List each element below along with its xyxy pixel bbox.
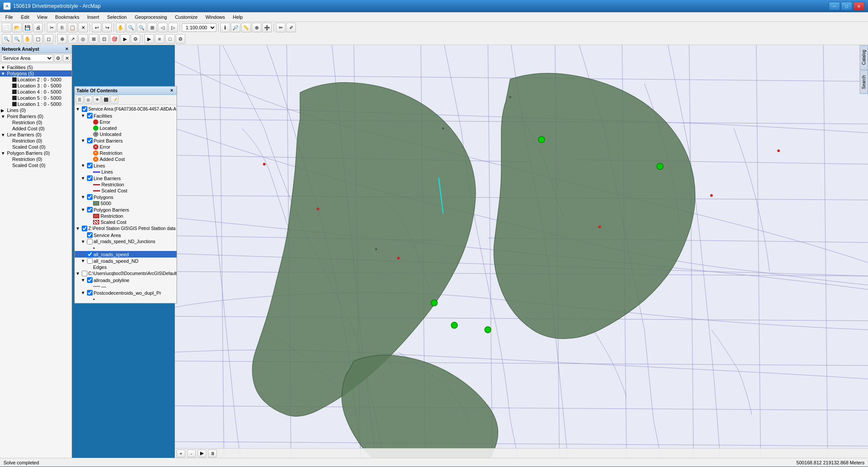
toc-lines-checkbox[interactable]	[87, 163, 93, 168]
open-button[interactable]: 📂	[12, 23, 22, 32]
toc-service-area-group[interactable]: ▼ Service Area:{F6A07368-0C86-4457-A8DA-…	[75, 106, 177, 112]
na-settings-btn[interactable]: ⚙	[54, 54, 62, 62]
toc-lines-expander[interactable]: ▼	[81, 163, 87, 168]
select-features-button[interactable]: ◻	[44, 34, 53, 44]
menu-edit[interactable]: Edit	[17, 14, 33, 21]
na-polygon-barriers[interactable]: ▼ Polygon Barriers (0)	[0, 150, 72, 156]
identify-button[interactable]: ℹ	[220, 23, 230, 32]
zoom-next-button[interactable]: ▷	[168, 23, 178, 32]
pg-checkbox[interactable]	[82, 226, 87, 231]
map-play-btn[interactable]: ▶	[198, 450, 206, 457]
toc-petrol-group[interactable]: ▼ Z:\Petrol Station GIS\GIS Petrol Statt…	[75, 225, 177, 232]
solve-button[interactable]: ▶	[144, 34, 154, 44]
pc-expander[interactable]: ▼	[81, 290, 87, 295]
ag-expander[interactable]: ▼	[76, 271, 82, 276]
toc-line-barriers[interactable]: ▼ Line Barriers	[75, 175, 177, 181]
scale-combo[interactable]: 1:100,000	[182, 23, 216, 32]
toc-allroads-polyline[interactable]: ▼ allroads_polyline	[75, 277, 177, 283]
na-btn1[interactable]: ⊕	[57, 34, 67, 44]
toc-polygons[interactable]: ▼ Polygons	[75, 194, 177, 200]
close-button[interactable]: ✕	[853, 2, 865, 10]
na-btn3[interactable]: ◎	[78, 34, 88, 44]
junc-expander[interactable]: ▼	[81, 239, 87, 244]
save-button[interactable]: 💾	[23, 23, 32, 32]
ars-checkbox[interactable]	[87, 251, 93, 257]
map-zoom-in-btn[interactable]: +	[177, 450, 185, 457]
na-restriction-polb[interactable]: Restriction (0)	[0, 156, 72, 162]
print-button[interactable]: 🖨	[33, 23, 43, 32]
na-btn6[interactable]: 🎯	[110, 34, 119, 44]
copy-button[interactable]: ⎘	[57, 23, 67, 32]
toc-lines[interactable]: ▼ Lines	[75, 162, 177, 169]
menu-file[interactable]: File	[2, 14, 17, 21]
pc-checkbox[interactable]	[87, 290, 93, 296]
toc-all-roads-nd[interactable]: ▼ all_roads_speed_ND	[75, 258, 177, 264]
sketch-button[interactable]: ✐	[286, 23, 296, 32]
minimize-button[interactable]: ─	[829, 2, 840, 10]
menu-view[interactable]: View	[34, 14, 51, 21]
ap-expander[interactable]: ▼	[81, 278, 87, 282]
menu-bookmarks[interactable]: Bookmarks	[52, 14, 83, 21]
lines-expander[interactable]: ▶	[1, 108, 7, 113]
toc-lb-expander[interactable]: ▼	[81, 176, 87, 181]
polb-expander[interactable]: ▼	[1, 151, 7, 156]
na-loc5[interactable]: Location 5 : 0 - 5000	[0, 95, 72, 101]
na-btn7[interactable]: ▶	[120, 34, 130, 44]
sa-group-expander[interactable]: ▼	[76, 107, 82, 112]
paste-button[interactable]: 📋	[68, 23, 77, 32]
window-button[interactable]: □	[165, 34, 175, 44]
zoom-prev-button[interactable]: ◁	[158, 23, 167, 32]
editor-button[interactable]: ✏	[276, 23, 285, 32]
lb-expander[interactable]: ▼	[1, 132, 7, 137]
options-button[interactable]: ⚙	[176, 34, 185, 44]
menu-help[interactable]: Help	[229, 14, 247, 21]
na-loc2[interactable]: Location 2 : 0 - 5000	[0, 77, 72, 83]
toc-visibility-btn[interactable]: 👁	[93, 96, 101, 104]
zoom-in-2-button[interactable]: 🔍	[2, 34, 11, 44]
na-btn5[interactable]: ⊡	[99, 34, 109, 44]
maximize-button[interactable]: □	[841, 2, 852, 10]
facilities-expander[interactable]: ▼	[1, 65, 7, 70]
delete-button[interactable]: ✕	[78, 23, 88, 32]
menu-selection[interactable]: Selection	[104, 14, 130, 21]
na-scaled-cost-lb[interactable]: Scaled Cost (0)	[0, 144, 72, 150]
catalog-tab[interactable]: Catalog	[860, 45, 868, 70]
search-tab[interactable]: Search	[860, 70, 868, 94]
toc-pb-checkbox[interactable]	[87, 138, 93, 143]
toc-all-roads-speed[interactable]: all_roads_speed	[75, 251, 177, 258]
na-lines[interactable]: ▶ Lines (0)	[0, 107, 72, 113]
arnd-expander[interactable]: ▼	[81, 258, 87, 263]
na-btn2[interactable]: ↗	[68, 34, 77, 44]
na-close-btn[interactable]: ✕	[63, 54, 71, 62]
new-button[interactable]: 📄	[2, 23, 11, 32]
toc-service-area-sub[interactable]: Service Area	[75, 232, 177, 238]
toc-junctions[interactable]: ▼ all_roads_speed_ND_Junctions	[75, 238, 177, 245]
na-panel-close[interactable]: ✕	[64, 46, 70, 52]
na-added-cost-pb[interactable]: Added Cost (0)	[0, 125, 72, 132]
full-extent-button[interactable]: ⊞	[147, 23, 157, 32]
directions-button[interactable]: ≡	[155, 34, 164, 44]
na-loc4[interactable]: Location 4 : 0 - 5000	[0, 89, 72, 95]
na-restriction-pb[interactable]: Restriction (0)	[0, 119, 72, 125]
na-tree-polygons[interactable]: ▼ Polygons (5)	[0, 70, 72, 77]
toc-polb-expander[interactable]: ▼	[81, 207, 87, 212]
zoom-out-button[interactable]: 🔍	[137, 23, 146, 32]
toc-polb-checkbox[interactable]	[87, 207, 93, 213]
toc-poly-checkbox[interactable]	[87, 194, 93, 200]
goto-xy-button[interactable]: ⊕	[252, 23, 261, 32]
toc-lb-checkbox[interactable]	[87, 175, 93, 181]
toc-poly-expander[interactable]: ▼	[81, 195, 87, 199]
na-scaled-cost-polb[interactable]: Scaled Cost (0)	[0, 162, 72, 168]
select-button[interactable]: ▢	[33, 34, 43, 44]
zoom-in-button[interactable]: 🔍	[126, 23, 136, 32]
toc-arcgis-group[interactable]: ▼ C:\Users\ucqboc0\Documents\ArcGIS\Defa…	[75, 270, 177, 277]
na-loc1[interactable]: Location 1 : 0 - 5000	[0, 101, 72, 107]
find-button[interactable]: 🔎	[231, 23, 240, 32]
toc-source-btn[interactable]: ◎	[84, 96, 92, 104]
toc-desc-btn[interactable]: 📝	[111, 96, 118, 104]
toc-pb-expander[interactable]: ▼	[81, 138, 87, 143]
toc-point-barriers[interactable]: ▼ Point Barriers	[75, 137, 177, 144]
toc-polygon-barriers[interactable]: ▼ Polygon Barriers	[75, 206, 177, 213]
na-restriction-lb[interactable]: Restriction (0)	[0, 138, 72, 144]
ap-checkbox[interactable]	[87, 277, 93, 283]
